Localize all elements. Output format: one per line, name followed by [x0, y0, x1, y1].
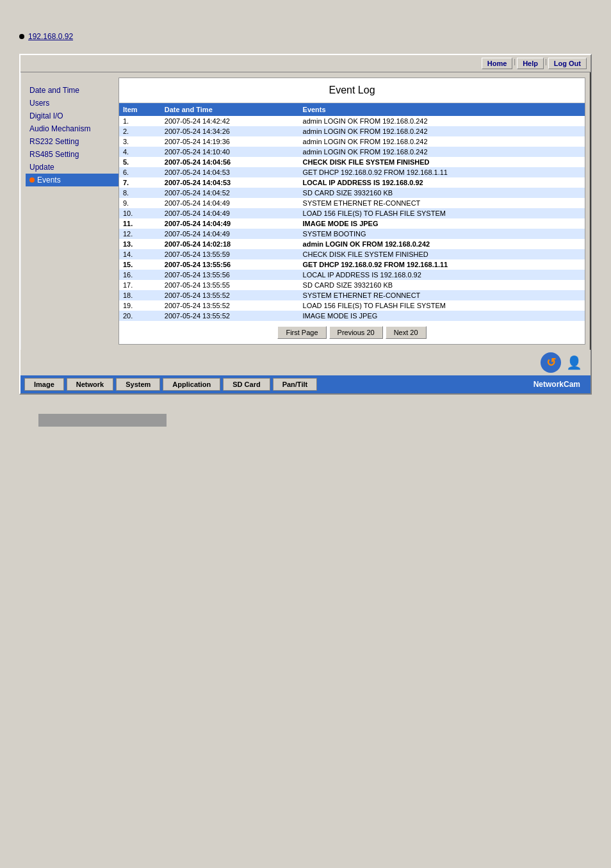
active-dot-icon: [29, 177, 35, 183]
cell-item: 11.: [119, 218, 161, 229]
sidebar-item-update[interactable]: Update: [26, 161, 118, 174]
cell-datetime: 2007-05-24 14:02:18: [161, 239, 299, 249]
cell-event: admin LOGIN OK FROM 192.168.0.242: [299, 136, 585, 147]
first-page-button[interactable]: First Page: [277, 326, 326, 339]
cell-item: 14.: [119, 249, 161, 259]
cell-item: 2.: [119, 126, 161, 136]
page-title: Event Log: [119, 78, 585, 103]
sidebar: Date and Time Users Digital I/O Audio Me…: [26, 78, 118, 345]
cell-event: admin LOGIN OK FROM 192.168.0.242: [299, 116, 585, 126]
table-row: 7.2007-05-24 14:04:53LOCAL IP ADDRESS IS…: [119, 177, 585, 188]
table-row: 11.2007-05-24 14:04:49IMAGE MODE IS JPEG: [119, 218, 585, 229]
logout-button[interactable]: Log Out: [548, 58, 587, 69]
table-row: 17.2007-05-24 13:55:55SD CARD SIZE 39321…: [119, 280, 585, 290]
table-header-row: Item Date and Time Events: [119, 103, 585, 116]
tab-pantilt[interactable]: Pan/Tilt: [273, 378, 318, 391]
sidebar-label-rs485: RS485 Setting: [29, 150, 79, 159]
cell-event: admin LOGIN OK FROM 192.168.0.242: [299, 126, 585, 136]
table-row: 3.2007-05-24 14:19:36admin LOGIN OK FROM…: [119, 136, 585, 147]
tab-sdcard[interactable]: SD Card: [223, 378, 270, 391]
table-row: 5.2007-05-24 14:04:56CHECK DISK FILE SYS…: [119, 157, 585, 167]
main-content: Event Log Item Date and Time Events 1.20…: [118, 78, 585, 345]
sidebar-item-date-and-time[interactable]: Date and Time: [26, 84, 118, 97]
tab-image[interactable]: Image: [24, 378, 64, 391]
cell-item: 6.: [119, 167, 161, 177]
sidebar-label-update: Update: [29, 163, 54, 172]
tab-application[interactable]: Application: [163, 378, 220, 391]
sep1: |: [514, 58, 516, 69]
home-button[interactable]: Home: [482, 58, 513, 69]
page-wrapper: 192.168.0.92 Home | Help | Log Out Date …: [0, 0, 611, 439]
cell-item: 16.: [119, 270, 161, 280]
sidebar-item-digital-io[interactable]: Digital I/O: [26, 110, 118, 122]
cell-datetime: 2007-05-24 14:34:26: [161, 126, 299, 136]
cell-datetime: 2007-05-24 14:10:40: [161, 147, 299, 157]
sidebar-label-digital-io: Digital I/O: [29, 111, 63, 120]
cell-event: SYSTEM BOOTING: [299, 229, 585, 239]
pagination: First Page Previous 20 Next 20: [119, 321, 585, 344]
cell-event: CHECK DISK FILE SYSTEM FINISHED: [299, 249, 585, 259]
col-item: Item: [119, 103, 161, 116]
refresh-icon[interactable]: ↺: [541, 352, 561, 373]
cell-event: SD CARD SIZE 3932160 KB: [299, 188, 585, 198]
cell-event: LOCAL IP ADDRESS IS 192.168.0.92: [299, 270, 585, 280]
cell-item: 8.: [119, 188, 161, 198]
cell-datetime: 2007-05-24 14:04:53: [161, 177, 299, 188]
cell-event: LOCAL IP ADDRESS IS 192.168.0.92: [299, 177, 585, 188]
cell-event: SD CARD SIZE 3932160 KB: [299, 280, 585, 290]
table-row: 19.2007-05-24 13:55:52LOAD 156 FILE(S) T…: [119, 300, 585, 311]
tab-network[interactable]: Network: [67, 378, 113, 391]
table-row: 14.2007-05-24 13:55:59CHECK DISK FILE SY…: [119, 249, 585, 259]
cell-datetime: 2007-05-24 14:42:42: [161, 116, 299, 126]
ip-link[interactable]: 192.168.0.92: [28, 32, 73, 41]
sidebar-item-events[interactable]: Events: [26, 174, 118, 186]
cell-item: 15.: [119, 259, 161, 270]
bullet-icon: [19, 34, 24, 39]
cell-event: IMAGE MODE IS JPEG: [299, 311, 585, 321]
tab-system[interactable]: System: [116, 378, 160, 391]
cell-datetime: 2007-05-24 13:55:52: [161, 290, 299, 300]
cell-item: 17.: [119, 280, 161, 290]
table-row: 12.2007-05-24 14:04:49SYSTEM BOOTING: [119, 229, 585, 239]
help-button[interactable]: Help: [517, 58, 544, 69]
cell-item: 7.: [119, 177, 161, 188]
user-icon[interactable]: 👤: [564, 352, 584, 373]
cell-event: admin LOGIN OK FROM 192.168.0.242: [299, 239, 585, 249]
sidebar-item-users[interactable]: Users: [26, 97, 118, 110]
cell-item: 18.: [119, 290, 161, 300]
cell-item: 1.: [119, 116, 161, 126]
cell-item: 9.: [119, 198, 161, 208]
cell-event: CHECK DISK FILE SYSTEM FINISHED: [299, 157, 585, 167]
cell-event: GET DHCP 192.168.0.92 FROM 192.168.1.11: [299, 167, 585, 177]
bullet-link-area: 192.168.0.92: [19, 32, 592, 41]
table-row: 1.2007-05-24 14:42:42admin LOGIN OK FROM…: [119, 116, 585, 126]
cell-datetime: 2007-05-24 13:55:56: [161, 259, 299, 270]
sidebar-label-users: Users: [29, 99, 49, 108]
table-row: 16.2007-05-24 13:55:56LOCAL IP ADDRESS I…: [119, 270, 585, 280]
bottom-nav: Image Network System Application SD Card…: [20, 375, 591, 393]
sidebar-label-audio: Audio Mechanism: [29, 124, 90, 133]
next-20-button[interactable]: Next 20: [386, 326, 427, 339]
cell-datetime: 2007-05-24 14:04:56: [161, 157, 299, 167]
top-bar: Home | Help | Log Out: [20, 55, 591, 72]
sidebar-item-rs485[interactable]: RS485 Setting: [26, 148, 118, 161]
cell-item: 19.: [119, 300, 161, 311]
main-panel: Home | Help | Log Out Date and Time User…: [19, 54, 592, 395]
cell-event: GET DHCP 192.168.0.92 FROM 192.168.1.11: [299, 259, 585, 270]
cell-event: IMAGE MODE IS JPEG: [299, 218, 585, 229]
table-row: 15.2007-05-24 13:55:56GET DHCP 192.168.0…: [119, 259, 585, 270]
cell-item: 5.: [119, 157, 161, 167]
sidebar-item-audio[interactable]: Audio Mechanism: [26, 122, 118, 135]
sidebar-label-events: Events: [37, 176, 61, 184]
table-head: Item Date and Time Events: [119, 103, 585, 116]
cell-item: 20.: [119, 311, 161, 321]
table-row: 8.2007-05-24 14:04:52SD CARD SIZE 393216…: [119, 188, 585, 198]
cell-event: LOAD 156 FILE(S) TO FLASH FILE SYSTEM: [299, 208, 585, 218]
cell-datetime: 2007-05-24 13:55:52: [161, 300, 299, 311]
sidebar-item-rs232[interactable]: RS232 Setting: [26, 135, 118, 148]
cell-datetime: 2007-05-24 14:04:53: [161, 167, 299, 177]
cell-datetime: 2007-05-24 13:55:55: [161, 280, 299, 290]
previous-20-button[interactable]: Previous 20: [329, 326, 383, 339]
brand-label: NetworkCam: [534, 380, 587, 389]
cell-item: 3.: [119, 136, 161, 147]
